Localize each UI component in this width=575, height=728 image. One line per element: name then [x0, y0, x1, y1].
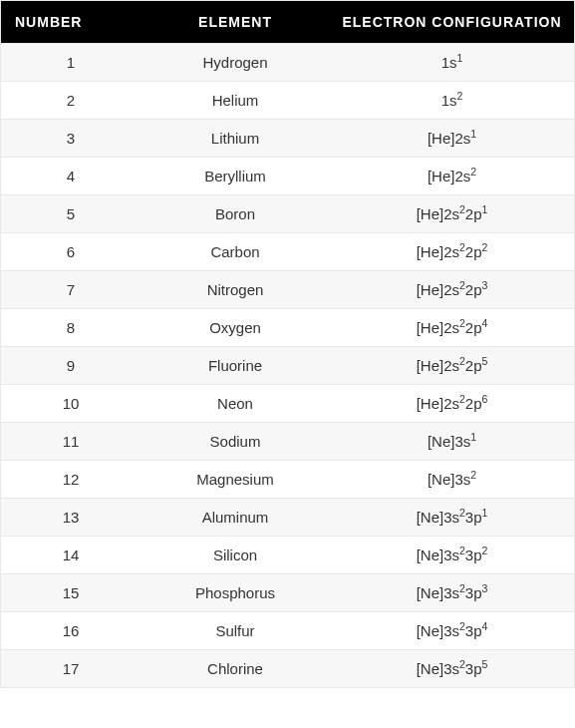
table-header-row: NUMBER ELEMENT ELECTRON CONFIGURATION	[1, 1, 574, 43]
table-row: 8Oxygen[He]2s22p4	[1, 308, 574, 346]
cell-number: 5	[1, 195, 141, 232]
cell-config: [He]2s2	[330, 158, 574, 194]
cell-element: Nitrogen	[141, 271, 330, 308]
cell-config: 1s2	[330, 82, 574, 119]
cell-number: 15	[1, 574, 141, 611]
cell-config: [Ne]3s23p3	[330, 574, 574, 611]
cell-number: 2	[1, 82, 141, 119]
cell-element: Fluorine	[141, 347, 330, 384]
table-row: 6Carbon[He]2s22p2	[1, 232, 574, 270]
cell-element: Hydrogen	[141, 44, 330, 81]
table-row: 7Nitrogen[He]2s22p3	[1, 270, 574, 308]
cell-number: 12	[1, 461, 141, 498]
cell-element: Phosphorus	[141, 574, 330, 611]
cell-element: Carbon	[141, 233, 330, 270]
cell-config: [He]2s22p1	[330, 195, 574, 232]
cell-number: 16	[1, 612, 141, 649]
cell-config: [He]2s1	[330, 120, 574, 157]
cell-element: Boron	[141, 195, 330, 232]
cell-number: 4	[1, 158, 141, 194]
table-row: 16Sulfur[Ne]3s23p4	[1, 611, 574, 649]
cell-element: Aluminum	[141, 499, 330, 536]
cell-element: Oxygen	[141, 309, 330, 346]
cell-element: Beryllium	[141, 158, 330, 194]
cell-config: [Ne]3s23p1	[330, 499, 574, 536]
cell-element: Chlorine	[141, 650, 330, 687]
table-row: 1Hydrogen1s1	[1, 43, 574, 81]
cell-number: 1	[1, 44, 141, 81]
cell-element: Sodium	[141, 423, 330, 460]
table-row: 11Sodium[Ne]3s1	[1, 422, 574, 460]
cell-config: [Ne]3s2	[330, 461, 574, 498]
cell-element: Sulfur	[141, 612, 330, 649]
cell-number: 6	[1, 233, 141, 270]
table-row: 2Helium1s2	[1, 81, 574, 119]
table-row: 13Aluminum[Ne]3s23p1	[1, 498, 574, 536]
cell-number: 9	[1, 347, 141, 384]
cell-number: 17	[1, 650, 141, 687]
cell-config: [Ne]3s1	[330, 423, 574, 460]
table-row: 14Silicon[Ne]3s23p2	[1, 536, 574, 573]
cell-config: [Ne]3s23p4	[330, 612, 574, 649]
table-body: 1Hydrogen1s12Helium1s23Lithium[He]2s14Be…	[1, 43, 574, 687]
table-row: 5Boron[He]2s22p1	[1, 194, 574, 232]
header-element: ELEMENT	[141, 1, 330, 43]
table-row: 3Lithium[He]2s1	[1, 119, 574, 157]
cell-element: Magnesium	[141, 461, 330, 498]
cell-number: 13	[1, 499, 141, 536]
cell-config: [He]2s22p6	[330, 385, 574, 422]
cell-config: [He]2s22p5	[330, 347, 574, 384]
table-row: 4Beryllium[He]2s2	[1, 157, 574, 194]
cell-config: [Ne]3s23p5	[330, 650, 574, 687]
cell-number: 14	[1, 537, 141, 573]
cell-number: 11	[1, 423, 141, 460]
cell-element: Helium	[141, 82, 330, 119]
cell-element: Silicon	[141, 537, 330, 573]
cell-config: [He]2s22p3	[330, 271, 574, 308]
cell-number: 7	[1, 271, 141, 308]
table-row: 12Magnesium[Ne]3s2	[1, 460, 574, 498]
table-row: 10Neon[He]2s22p6	[1, 384, 574, 422]
cell-element: Neon	[141, 385, 330, 422]
table-row: 15Phosphorus[Ne]3s23p3	[1, 573, 574, 611]
cell-element: Lithium	[141, 120, 330, 157]
electron-config-table: NUMBER ELEMENT ELECTRON CONFIGURATION 1H…	[0, 0, 575, 688]
cell-config: [He]2s22p4	[330, 309, 574, 346]
cell-config: [Ne]3s23p2	[330, 537, 574, 573]
table-row: 9Fluorine[He]2s22p5	[1, 346, 574, 384]
cell-number: 10	[1, 385, 141, 422]
table-row: 17Chlorine[Ne]3s23p5	[1, 649, 574, 687]
cell-number: 3	[1, 120, 141, 157]
header-config: ELECTRON CONFIGURATION	[330, 1, 574, 43]
cell-config: [He]2s22p2	[330, 233, 574, 270]
cell-config: 1s1	[330, 44, 574, 81]
header-number: NUMBER	[1, 1, 141, 43]
cell-number: 8	[1, 309, 141, 346]
